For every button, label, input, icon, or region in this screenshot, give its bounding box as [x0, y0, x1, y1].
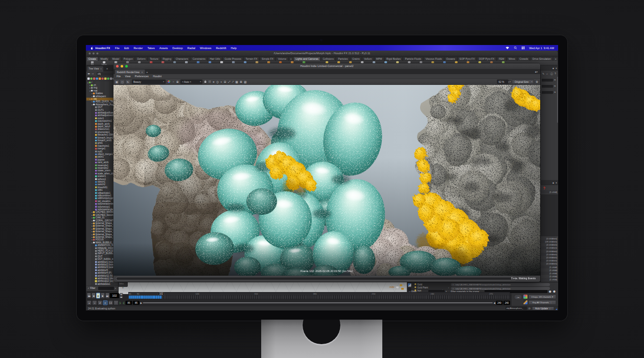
tree-filter-icon[interactable] [104, 78, 107, 80]
shelf-tab-modify[interactable]: Modify [99, 57, 110, 61]
add-tab-icon[interactable]: + [106, 67, 108, 70]
shelf-tab-deform[interactable]: Deform [135, 57, 147, 61]
tree-filter-input[interactable] [98, 287, 114, 290]
loop-mode-button[interactable]: ↺ [98, 301, 102, 305]
menu-item-desktop[interactable]: Desktop [170, 47, 185, 50]
camera-dropdown[interactable]: < Auto >▾ [180, 80, 202, 84]
rv-menu-file[interactable]: File [117, 75, 121, 78]
slider-track[interactable] [143, 303, 493, 304]
scope-magnifier-button[interactable]: ⌕▾ [514, 295, 522, 300]
control-center-icon[interactable] [522, 47, 525, 50]
range-out-bracket[interactable]: ›] [122, 302, 125, 304]
shelf-tab-grains[interactable]: Grains [350, 57, 362, 61]
param-field[interactable] [542, 85, 553, 88]
menu-item-windows[interactable]: Windows [198, 47, 214, 50]
menu-item-radial[interactable]: Radial [185, 47, 198, 50]
playhead-tag[interactable]: 102 [158, 293, 165, 296]
add-window-icon[interactable]: ⊠ [240, 80, 242, 83]
shelf-tab-rigid-bodies[interactable]: Rigid Bodies [384, 57, 403, 61]
restart-render-button[interactable]: ↻ [126, 79, 131, 84]
tree-filter-icon[interactable] [93, 78, 96, 80]
shelf-tab-crowds[interactable]: Crowds [517, 57, 530, 61]
close-tab-icon[interactable]: ✕ [141, 71, 143, 74]
slider-left-arrow-icon[interactable]: ▶ [141, 302, 142, 304]
shelf-tab-characters[interactable]: Characters [174, 57, 190, 61]
zoom-field[interactable]: 62 % [497, 80, 509, 84]
network-node[interactable] [401, 288, 404, 290]
close-tab-icon[interactable]: ✕ [100, 68, 102, 70]
layers-icon[interactable]: ▨ [244, 80, 246, 83]
region-render-icon[interactable]: ⊞ [176, 80, 179, 83]
shelf-tab-wires[interactable]: Wires [507, 57, 517, 61]
shelf-tab-model[interactable]: Model [110, 57, 122, 61]
aov-dropdown[interactable]: Beauty▾ [132, 80, 166, 84]
range-end-field[interactable]: 240 [496, 301, 503, 305]
shelf-tab-fem[interactable]: FEM [497, 57, 507, 61]
frame-dec-button[interactable]: ◀▶ [120, 293, 123, 296]
menu-item-takes[interactable]: Takes [145, 47, 157, 50]
dashed-region-icon[interactable]: ⊟ [224, 80, 226, 83]
gear-icon[interactable]: ⚙ [536, 80, 538, 83]
clock-icon[interactable]: ◷ [216, 80, 219, 83]
shelf-tab-sop-pyro-fx[interactable]: SOP Pyro FX [457, 57, 477, 61]
stop-button[interactable]: ■ [96, 293, 100, 299]
solid-icon[interactable]: ■ [213, 80, 214, 83]
pane-menu-icon[interactable]: ■▾ [535, 71, 538, 73]
back-icon[interactable]: ⬅ [88, 72, 90, 76]
global-end-field[interactable]: 240 [503, 301, 510, 305]
scrollbar[interactable] [557, 77, 558, 123]
pin-icon[interactable]: ⚑ [554, 85, 556, 87]
slider-right-arrow-icon[interactable]: ◀ [494, 302, 495, 304]
shelf-tab-dop-pyro-fx[interactable]: DOP Pyro FX [477, 57, 496, 61]
shelf-tab-vellum[interactable]: Vellum [362, 57, 374, 61]
chevron-down-icon[interactable]: ▾ [115, 287, 116, 289]
help-circle-icon[interactable]: ❓ [543, 187, 546, 190]
clear-aov-icon[interactable]: ✕ [172, 80, 175, 83]
range-start-field[interactable]: 85 [133, 301, 140, 305]
shelf-tab-create[interactable]: Create [86, 57, 98, 61]
shelf-tab-particles[interactable]: Particles [336, 57, 350, 61]
menu-item-render[interactable]: Render [131, 47, 145, 50]
tree-filter-icon[interactable] [107, 78, 110, 80]
shelf-tab-lights-and-cameras[interactable]: Lights and Cameras [293, 57, 320, 61]
tree-filter-icon[interactable] [90, 78, 93, 80]
realtime-toggle[interactable]: ◕ [87, 301, 91, 305]
hexagon-icon[interactable]: ⬣ [553, 290, 556, 293]
forward-icon[interactable]: ➔ [91, 72, 94, 76]
add-tab-icon[interactable]: + [146, 70, 148, 74]
cube-icon[interactable]: ⬢ [549, 290, 551, 293]
param-field[interactable] [542, 79, 553, 82]
grid-icon[interactable]: ☷ [209, 80, 211, 83]
menu-item-assets[interactable]: Assets [157, 47, 170, 50]
rv-menu-view[interactable]: View [125, 75, 131, 78]
auto-update-dropdown[interactable]: Auto Update ⋮ [532, 306, 554, 310]
tick-button[interactable]: ∙∙ [114, 301, 119, 305]
jump-start-button[interactable]: |◀◀ [87, 293, 91, 299]
shelf-tab-constraints[interactable]: Constraints [191, 57, 208, 61]
shelf-tab-terrain-fx[interactable]: Terrain FX [244, 57, 260, 61]
shelf-tab-mpm[interactable]: MPM [374, 57, 384, 61]
rv-menu-preferences[interactable]: Preferences [135, 75, 149, 78]
shelf-tab-volume[interactable]: Volume [276, 57, 289, 61]
shelf-tab-oceans[interactable]: Oceans [444, 57, 457, 61]
step-back-button[interactable]: ◀ [91, 293, 96, 299]
menu-item-help[interactable]: Help [228, 47, 239, 50]
shelf-tab-simple-fx[interactable]: Simple FX [260, 57, 275, 61]
context-path-field[interactable]: obj/Atmospheric_ [505, 307, 527, 310]
wifi-icon[interactable] [505, 47, 510, 50]
tree-filter-icon[interactable] [99, 78, 101, 80]
keys-dropdown[interactable]: 0 keys, 0/0 channels▾ [528, 295, 556, 299]
step-size-button[interactable]: 1.1 [108, 301, 113, 305]
menu-app-name[interactable]: Houdini FX [96, 47, 110, 50]
magnifier-icon[interactable]: ⌕ [546, 72, 548, 75]
shelf-tab-polygon[interactable]: Polygon [122, 57, 135, 61]
key-all-channels-button[interactable]: Key All Channels⋮ [528, 300, 556, 305]
frame-inc-button[interactable]: ◀▶ [120, 296, 123, 298]
material-palette-icon[interactable] [408, 283, 411, 287]
rv-menu-houdini[interactable]: Houdini [153, 75, 162, 78]
range-in-bracket[interactable]: [‹ [119, 302, 122, 304]
render-button[interactable]: ▦ [114, 79, 120, 84]
help-icon[interactable]: ? [555, 72, 556, 75]
size-mode-dropdown[interactable]: Original Size▾ [512, 80, 534, 84]
network-node[interactable] [396, 286, 399, 288]
